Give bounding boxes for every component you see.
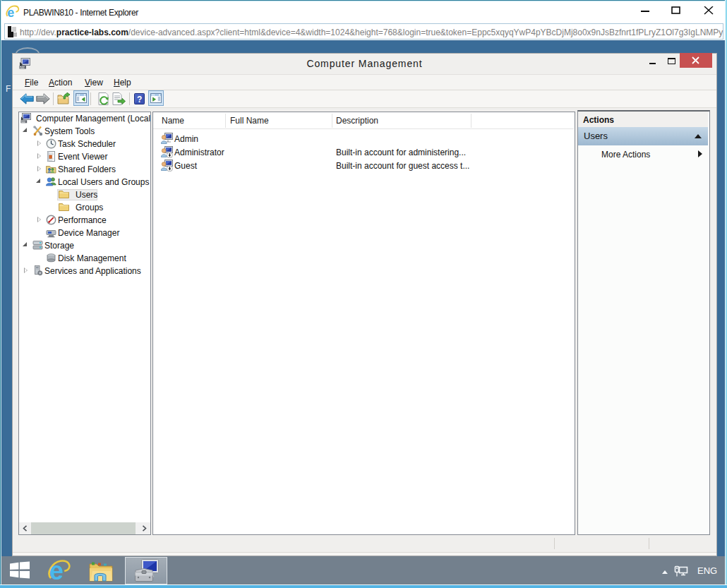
svg-text:e: e xyxy=(49,558,64,583)
svg-text:?: ? xyxy=(137,95,142,104)
svg-text:e: e xyxy=(7,6,14,18)
